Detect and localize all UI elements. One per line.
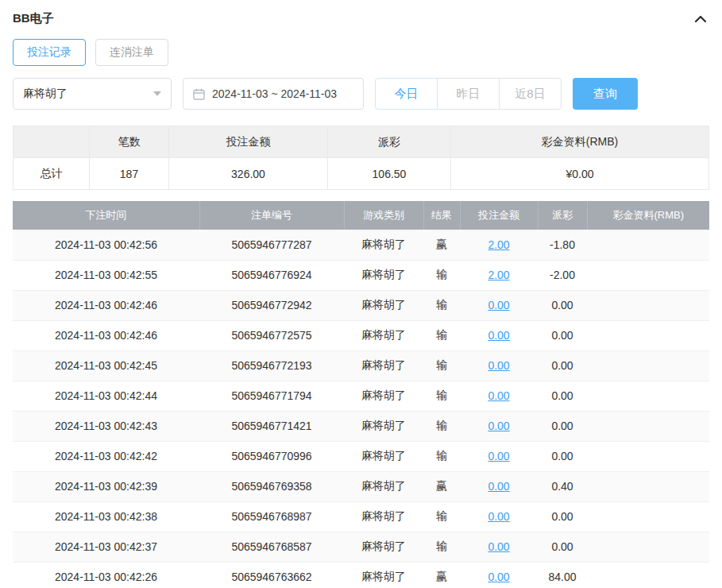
cell-order-id: 5065946771421 bbox=[199, 411, 344, 441]
cell-payout: -1.80 bbox=[538, 230, 587, 260]
cell-bonus bbox=[587, 381, 709, 411]
cell-result: 输 bbox=[423, 381, 460, 411]
cell-game-type: 麻将胡了 bbox=[344, 562, 423, 588]
summary-total-payout: 106.50 bbox=[328, 158, 451, 190]
cell-order-id: 5065946772942 bbox=[199, 290, 344, 320]
cell-bet-amount: 0.00 bbox=[460, 532, 538, 562]
cell-game-type: 麻将胡了 bbox=[344, 350, 423, 381]
bet-amount-link[interactable]: 0.00 bbox=[488, 540, 509, 553]
cell-order-id: 5065946768587 bbox=[199, 532, 344, 562]
game-select[interactable]: 麻将胡了 bbox=[13, 78, 172, 110]
cell-bonus bbox=[587, 411, 709, 441]
bet-amount-link[interactable]: 0.00 bbox=[488, 389, 509, 402]
cell-game-type: 麻将胡了 bbox=[344, 290, 423, 320]
summary-table: 笔数 投注金额 派彩 彩金资料(RMB) 总计 187 326.00 106.5… bbox=[13, 126, 709, 190]
table-row: 2024-11-03 00:42:565065946777287麻将胡了赢2.0… bbox=[13, 230, 709, 260]
calendar-icon bbox=[193, 88, 205, 100]
cell-order-id: 5065946771794 bbox=[199, 381, 344, 411]
yesterday-button[interactable]: 昨日 bbox=[437, 78, 500, 110]
tab-bar: 投注记录 连消注单 bbox=[13, 39, 709, 66]
cell-game-type: 麻将胡了 bbox=[344, 260, 423, 290]
cell-order-id: 5065946776924 bbox=[199, 260, 344, 290]
cell-order-id: 5065946769358 bbox=[199, 471, 344, 501]
cell-bonus bbox=[587, 290, 709, 320]
filter-bar: 麻将胡了 2024-11-03 ~ 2024-11-03 今日 昨日 近8日 查… bbox=[13, 78, 709, 110]
search-button[interactable]: 查询 bbox=[573, 78, 638, 110]
cell-result: 赢 bbox=[423, 230, 460, 260]
summary-header-payout: 派彩 bbox=[328, 126, 451, 158]
date-range-value: 2024-11-03 ~ 2024-11-03 bbox=[212, 87, 337, 100]
bet-amount-link[interactable]: 0.00 bbox=[488, 510, 509, 523]
cell-game-type: 麻将胡了 bbox=[344, 471, 423, 501]
cell-bet-time: 2024-11-03 00:42:43 bbox=[13, 411, 199, 441]
tab-bet-records[interactable]: 投注记录 bbox=[13, 39, 86, 66]
cell-result: 输 bbox=[423, 441, 460, 471]
cell-result: 输 bbox=[423, 320, 460, 350]
cell-bet-time: 2024-11-03 00:42:56 bbox=[13, 230, 199, 260]
bet-amount-link[interactable]: 0.00 bbox=[488, 480, 509, 493]
cell-result: 输 bbox=[423, 260, 460, 290]
panel-header: BB电子 bbox=[0, 0, 722, 33]
cell-game-type: 麻将胡了 bbox=[344, 501, 423, 532]
quick-date-group: 今日 昨日 近8日 bbox=[375, 78, 562, 110]
cell-bonus bbox=[587, 441, 709, 471]
cell-result: 输 bbox=[423, 350, 460, 381]
cell-bet-amount: 0.00 bbox=[460, 290, 538, 320]
summary-total-row: 总计 187 326.00 106.50 ¥0.00 bbox=[14, 158, 709, 190]
bet-amount-link[interactable]: 0.00 bbox=[488, 450, 509, 462]
table-row: 2024-11-03 00:42:435065946771421麻将胡了输0.0… bbox=[13, 411, 709, 441]
table-row: 2024-11-03 00:42:425065946770996麻将胡了输0.0… bbox=[13, 441, 709, 471]
header-bet-time: 下注时间 bbox=[13, 201, 199, 230]
table-row: 2024-11-03 00:42:465065946772575麻将胡了输0.0… bbox=[13, 320, 709, 350]
cell-bonus bbox=[587, 260, 709, 290]
bet-amount-link[interactable]: 0.00 bbox=[488, 359, 509, 372]
cell-result: 输 bbox=[423, 411, 460, 441]
cell-payout: 0.00 bbox=[538, 441, 587, 471]
cell-bet-time: 2024-11-03 00:42:44 bbox=[13, 381, 199, 411]
cell-payout: -2.00 bbox=[538, 260, 587, 290]
summary-total-bonus: ¥0.00 bbox=[451, 158, 709, 190]
cell-bonus bbox=[587, 532, 709, 562]
cell-game-type: 麻将胡了 bbox=[344, 411, 423, 441]
cell-payout: 0.00 bbox=[538, 381, 587, 411]
bet-amount-link[interactable]: 0.00 bbox=[488, 299, 509, 311]
table-row: 2024-11-03 00:42:265065946763662麻将胡了赢0.0… bbox=[13, 562, 709, 588]
cell-game-type: 麻将胡了 bbox=[344, 532, 423, 562]
bet-records-table: 下注时间 注单编号 游戏类别 结果 投注金额 派彩 彩金资料(RMB) 2024… bbox=[13, 201, 709, 588]
date-range-picker[interactable]: 2024-11-03 ~ 2024-11-03 bbox=[183, 78, 364, 110]
cell-payout: 0.00 bbox=[538, 532, 587, 562]
cell-bet-time: 2024-11-03 00:42:45 bbox=[13, 350, 199, 381]
cell-bonus bbox=[587, 320, 709, 350]
cell-bet-time: 2024-11-03 00:42:46 bbox=[13, 290, 199, 320]
tab-cascade-orders[interactable]: 连消注单 bbox=[95, 39, 168, 66]
summary-header-bonus: 彩金资料(RMB) bbox=[451, 126, 709, 158]
bet-amount-link[interactable]: 2.00 bbox=[488, 238, 509, 251]
cell-order-id: 5065946772575 bbox=[199, 320, 344, 350]
table-row: 2024-11-03 00:42:385065946768987麻将胡了输0.0… bbox=[13, 501, 709, 532]
bet-amount-link[interactable]: 2.00 bbox=[488, 269, 509, 281]
cell-bet-amount: 0.00 bbox=[460, 381, 538, 411]
header-order-id: 注单编号 bbox=[199, 201, 344, 230]
cell-bet-time: 2024-11-03 00:42:55 bbox=[13, 260, 199, 290]
table-row: 2024-11-03 00:42:455065946772193麻将胡了输0.0… bbox=[13, 350, 709, 381]
cell-bonus bbox=[587, 230, 709, 260]
bet-amount-link[interactable]: 0.00 bbox=[488, 329, 509, 342]
cell-game-type: 麻将胡了 bbox=[344, 381, 423, 411]
table-row: 2024-11-03 00:42:465065946772942麻将胡了输0.0… bbox=[13, 290, 709, 320]
bet-amount-link[interactable]: 0.00 bbox=[488, 420, 509, 432]
last-8-days-button[interactable]: 近8日 bbox=[499, 78, 562, 110]
bet-amount-link[interactable]: 0.00 bbox=[488, 571, 509, 583]
cell-bet-time: 2024-11-03 00:42:38 bbox=[13, 501, 199, 532]
header-payout: 派彩 bbox=[538, 201, 587, 230]
summary-header-empty bbox=[14, 126, 90, 158]
cell-game-type: 麻将胡了 bbox=[344, 441, 423, 471]
collapse-button[interactable] bbox=[692, 12, 709, 26]
summary-header-row: 笔数 投注金额 派彩 彩金资料(RMB) bbox=[14, 126, 709, 158]
cell-bet-amount: 2.00 bbox=[460, 230, 538, 260]
summary-header-count: 笔数 bbox=[90, 126, 169, 158]
cell-result: 输 bbox=[423, 501, 460, 532]
cell-bet-amount: 0.00 bbox=[460, 411, 538, 441]
chevron-down-icon bbox=[153, 91, 161, 96]
today-button[interactable]: 今日 bbox=[375, 78, 438, 110]
cell-bet-amount: 0.00 bbox=[460, 320, 538, 350]
